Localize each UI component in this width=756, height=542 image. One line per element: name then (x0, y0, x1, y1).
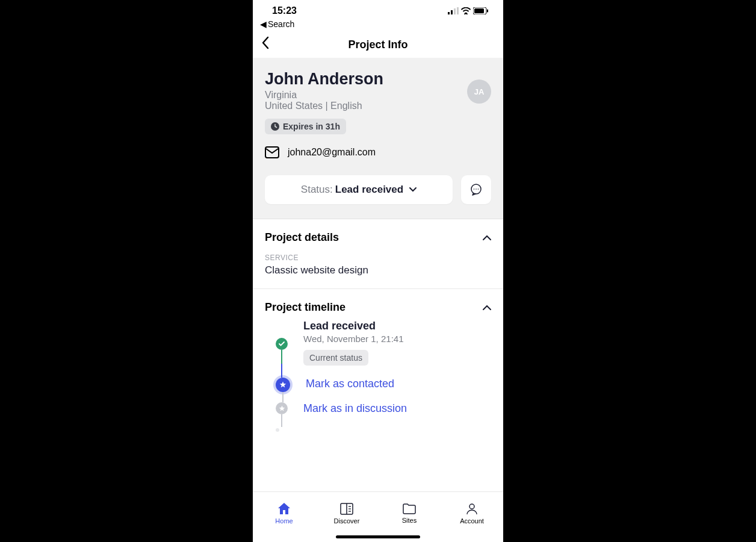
project-details-title: Project details (265, 231, 339, 244)
svg-point-11 (474, 188, 475, 190)
chevron-left-icon (261, 36, 270, 49)
wifi-icon (461, 7, 471, 14)
profile-header: John Anderson Virginia United States | E… (265, 70, 491, 134)
avatar-initials: JA (474, 87, 485, 96)
mail-icon (265, 146, 279, 158)
svg-point-13 (478, 188, 479, 190)
timeline-item[interactable]: Mark as in discussion (276, 402, 491, 427)
back-triangle-icon: ◀ (260, 19, 267, 29)
client-country-lang: United States | English (265, 101, 383, 111)
battery-icon (473, 7, 489, 14)
nav-account[interactable]: Account (441, 492, 503, 542)
chat-button[interactable] (461, 175, 491, 204)
discover-icon (340, 503, 353, 515)
account-icon (466, 503, 478, 515)
nav-sites[interactable]: Sites (378, 492, 441, 542)
timeline-list: Lead received Wed, November 1, 21:41 Cur… (265, 314, 491, 432)
chevron-up-icon (483, 305, 491, 311)
email-row[interactable]: johna20@gmail.com (265, 146, 491, 158)
profile-section: John Anderson Virginia United States | E… (253, 58, 503, 219)
timeline-title: Lead received (303, 320, 491, 332)
expires-label: Expires in 31h (283, 122, 340, 131)
timeline-action-link: Mark as contacted (306, 378, 491, 390)
content-scroll[interactable]: John Anderson Virginia United States | E… (253, 58, 503, 493)
nav-discover[interactable]: Discover (315, 492, 378, 542)
svg-rect-7 (487, 10, 488, 13)
back-search-label: Search (268, 19, 294, 29)
timeline-item: Lead received Wed, November 1, 21:41 Cur… (276, 320, 491, 378)
back-to-search[interactable]: ◀ Search (253, 17, 503, 31)
nav-label: Discover (334, 517, 360, 525)
client-name: John Anderson (265, 70, 383, 89)
timeline-item[interactable] (276, 427, 491, 432)
status-icons (448, 7, 489, 14)
status-bar: 15:23 (253, 0, 503, 17)
folder-icon (403, 503, 416, 514)
star-node-icon (276, 428, 279, 432)
status-value: Lead received (335, 184, 403, 196)
status-dropdown[interactable]: Status: Lead received (265, 175, 453, 204)
home-icon (277, 503, 291, 515)
status-row: Status: Lead received (265, 175, 491, 204)
timeline-item[interactable]: Mark as contacted (276, 378, 491, 402)
star-node-icon (276, 378, 290, 392)
chevron-down-icon (409, 187, 417, 192)
service-label: Service (265, 254, 491, 262)
chat-icon (469, 183, 483, 196)
avatar[interactable]: JA (467, 79, 491, 104)
chevron-up-icon (483, 235, 491, 241)
timeline-action-link: Mark as in discussion (303, 402, 491, 415)
svg-rect-2 (454, 8, 456, 14)
status-time: 15:23 (272, 5, 297, 16)
svg-rect-1 (451, 10, 453, 14)
nav-label: Home (275, 517, 293, 525)
page-title: Project Info (260, 39, 496, 51)
nav-label: Account (460, 517, 484, 525)
project-timeline-header[interactable]: Project timeline (265, 301, 491, 314)
timeline-subtitle: Wed, November 1, 21:41 (303, 334, 491, 344)
home-indicator[interactable] (336, 535, 420, 538)
current-status-badge: Current status (303, 350, 368, 366)
nav-home[interactable]: Home (253, 492, 315, 542)
client-location: Virginia (265, 90, 383, 101)
nav-back-button[interactable] (261, 36, 270, 53)
nav-header: Project Info (253, 31, 503, 58)
email-value: johna20@gmail.com (288, 147, 376, 158)
bottom-nav: Home Discover Sites Account (253, 491, 503, 542)
star-node-icon (276, 402, 288, 414)
status-prefix: Status: (301, 184, 333, 196)
expires-badge: Expires in 31h (265, 119, 346, 134)
check-node-icon (276, 338, 288, 350)
svg-rect-0 (448, 12, 450, 14)
project-timeline-title: Project timeline (265, 301, 345, 314)
svg-point-4 (465, 13, 467, 14)
clock-icon (271, 122, 279, 131)
cellular-icon (448, 7, 459, 14)
svg-point-19 (469, 504, 474, 509)
project-details-header[interactable]: Project details (265, 231, 491, 244)
svg-rect-6 (474, 8, 484, 13)
service-value: Classic website design (265, 264, 491, 276)
svg-point-12 (476, 188, 477, 190)
project-details-section: Project details Service Classic website … (253, 219, 503, 289)
phone-frame: 15:23 ◀ Search Project Info John Anderso… (253, 0, 503, 542)
nav-label: Sites (402, 517, 417, 524)
svg-rect-3 (457, 7, 459, 14)
project-timeline-section: Project timeline Lead received Wed, Nove… (253, 289, 503, 432)
